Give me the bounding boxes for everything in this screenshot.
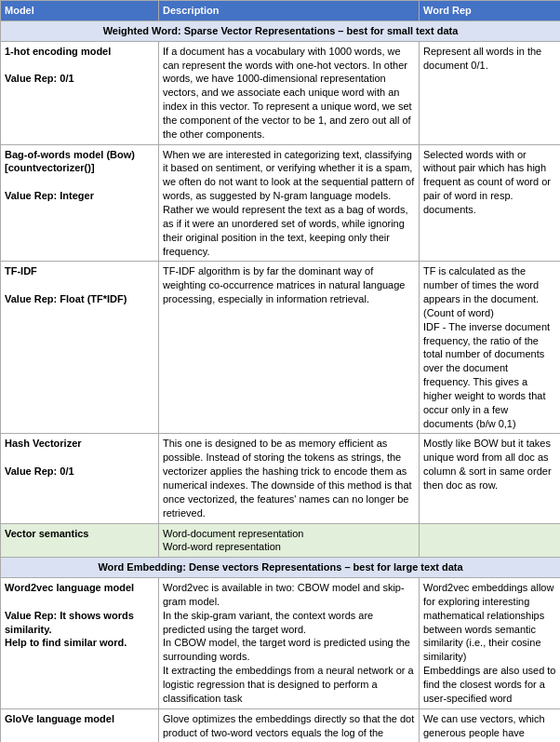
section2-header: Word Embedding: Dense vectors Representa…: [1, 558, 561, 578]
desc-bow: When we are interested in categorizing t…: [159, 144, 420, 262]
model-bow: Bag-of-words model (Bow) [countvectorize…: [1, 144, 159, 262]
wordrep-glove: We can use vectors, which generous peopl…: [420, 708, 561, 742]
desc-word2vec: Word2vec is available in two: CBOW model…: [159, 578, 420, 709]
header-desc: Description: [159, 1, 420, 21]
wordrep-vectorsemantics: [420, 523, 561, 558]
desc-hash: This one is designed to be as memory eff…: [159, 434, 420, 523]
wordrep-word2vec: Word2vec embeddings allow for exploring …: [420, 578, 561, 709]
section1-header: Weighted Word: Sparse Vector Representat…: [1, 20, 561, 41]
desc-vectorsemantics: Word-document representationWord-word re…: [159, 523, 420, 558]
model-vectorsemantics: Vector semantics: [1, 523, 159, 558]
model-tfidf: TF-IDFValue Rep: Float (TF*IDF): [1, 262, 159, 434]
model-word2vec: Word2vec language modelValue Rep: It sho…: [1, 578, 159, 709]
model-hash: Hash VectorizerValue Rep: 0/1: [1, 434, 159, 523]
wordrep-hash: Mostly like BOW but it takes unique word…: [420, 434, 561, 523]
desc-glove: Glove optimizes the embeddings directly …: [159, 708, 420, 742]
header-model: Model: [1, 1, 159, 21]
wordrep-onehot: Represent all words in the document 0/1.: [420, 41, 561, 144]
desc-tfidf: TF-IDF algorithm is by far the dominant …: [159, 262, 420, 434]
model-onehot: 1-hot encoding modelValue Rep: 0/1: [1, 41, 159, 144]
wordrep-bow: Selected words with or without pair whic…: [420, 144, 561, 262]
model-glove: GloVe language modelValue Rep: If word o…: [1, 708, 159, 742]
desc-onehot: If a document has a vocabulary with 1000…: [159, 41, 420, 144]
header-wordrep: Word Rep: [420, 1, 561, 21]
wordrep-tfidf: TF is calculated as the number of times …: [420, 262, 561, 434]
